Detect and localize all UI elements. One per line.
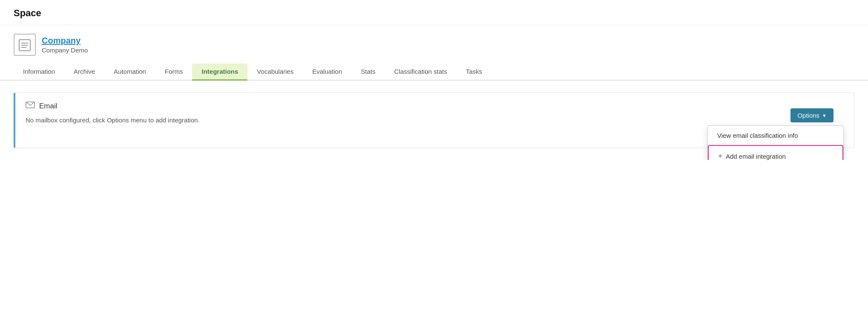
tab-tasks[interactable]: Tasks [457, 64, 491, 81]
tab-vocabularies[interactable]: Vocabularies [247, 64, 303, 81]
plus-icon: + [718, 152, 722, 160]
company-info: Company Company Demo [42, 36, 88, 54]
email-card-label: Email [39, 102, 57, 110]
email-card: Email No mailbox configured, click Optio… [14, 93, 854, 148]
email-icon [26, 102, 35, 110]
chevron-down-icon: ▼ [822, 113, 827, 118]
dropdown-menu: View email classification info + Add ema… [707, 125, 844, 160]
tab-classification-stats[interactable]: Classification stats [385, 64, 456, 81]
arrow-annotation [26, 155, 473, 160]
tabs-bar: Information Archive Automation Forms Int… [0, 64, 868, 81]
options-button[interactable]: Options ▼ [790, 108, 834, 122]
company-icon [14, 34, 36, 56]
page-title: Space [14, 8, 41, 18]
tab-integrations[interactable]: Integrations [192, 64, 247, 81]
view-classification-label: View email classification info [717, 132, 798, 139]
email-card-header: Email [26, 102, 844, 110]
add-email-integration-item[interactable]: + Add email integration [708, 145, 843, 160]
page-header: Space [0, 0, 868, 25]
tab-archive[interactable]: Archive [64, 64, 104, 81]
view-classification-item[interactable]: View email classification info [708, 126, 843, 145]
tab-forms[interactable]: Forms [155, 64, 193, 81]
email-card-body: No mailbox configured, click Options men… [26, 116, 844, 124]
company-section: Company Company Demo [0, 25, 868, 56]
add-email-integration-label: Add email integration [726, 153, 786, 160]
tab-evaluation[interactable]: Evaluation [303, 64, 351, 81]
options-button-label: Options [797, 112, 819, 119]
main-content: Email No mailbox configured, click Optio… [0, 81, 868, 160]
tab-information[interactable]: Information [14, 64, 64, 81]
company-subtitle: Company Demo [42, 46, 88, 54]
tab-automation[interactable]: Automation [104, 64, 155, 81]
company-name-link[interactable]: Company [42, 36, 88, 46]
tab-stats[interactable]: Stats [351, 64, 385, 81]
